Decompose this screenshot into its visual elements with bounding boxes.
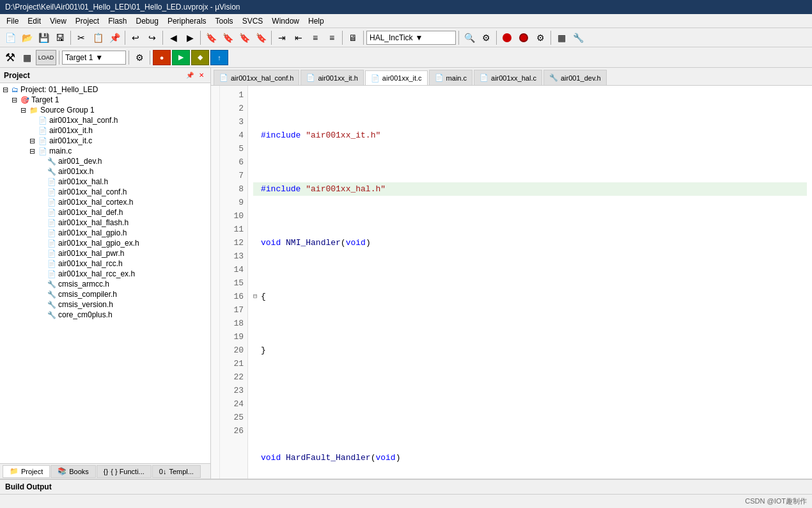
debug4-btn[interactable]: ↑ [210,50,228,65]
tree-target[interactable]: ⊟ 🎯 Target 1 [0,95,210,105]
tab-it-h[interactable]: 📄 air001xx_it.h [301,70,363,85]
forward-btn[interactable]: ▶ [182,30,198,45]
tab-books[interactable]: 📚 Books [51,465,96,478]
tab-it-c[interactable]: 📄 air001xx_it.c [365,70,428,86]
load-btn[interactable]: LOAD [36,50,56,65]
fold-5[interactable] [253,344,261,357]
bookmark3-btn[interactable]: 🔖 [237,30,252,45]
tab-main-c[interactable]: 📄 main.c [429,70,472,85]
indent2-btn[interactable]: ⇤ [291,30,306,45]
fold-7[interactable] [253,451,261,464]
tree-file-0[interactable]: 📄 air001xx_hal_conf.h [0,115,210,125]
tree-source-group[interactable]: ⊟ 📁 Source Group 1 [0,105,210,115]
tree-file-compiler[interactable]: 🔧 cmsis_compiler.h [0,289,210,299]
tree-file-2[interactable]: ⊟ 📄 air001xx_it.c [0,136,210,146]
menu-debug[interactable]: Debug [132,15,162,27]
menu-window[interactable]: Window [268,15,303,27]
menu-flash[interactable]: Flash [104,15,130,27]
tree-file-hal-conf[interactable]: 📄 air001xx_hal_conf.h [0,187,210,197]
sep3 [162,31,163,45]
paste-btn[interactable]: 📌 [107,30,122,45]
tree-file-hal[interactable]: 📄 air001xx_hal.h [0,177,210,187]
fold-4[interactable]: ⊟ [253,290,261,303]
code-container[interactable]: 12345 678910 1112131415 1617181920 21222… [211,86,812,479]
options-btn[interactable]: ⚙ [132,50,147,65]
tab-hal-conf-h[interactable]: 📄 air001xx_hal_conf.h [214,70,299,85]
stop-btn[interactable] [499,30,515,45]
sidebar-close-btn[interactable]: ✕ [196,70,207,81]
indent1-btn[interactable]: ⇥ [274,30,290,45]
file-name-compiler: cmsis_compiler.h [58,290,117,299]
target-dropdown[interactable]: Target 1 ▼ [62,51,126,65]
back-btn[interactable]: ◀ [166,30,181,45]
function-dropdown[interactable]: HAL_IncTick ▼ [366,31,456,45]
file-name-pwr: air001xx_hal_pwr.h [58,249,124,258]
undo-btn[interactable]: ↩ [128,30,143,45]
layout-btn[interactable]: ▦ [554,30,569,45]
search-btn[interactable]: 🔍 [462,30,477,45]
code-line-2: #include "air001xx_hal.h" [253,182,807,196]
tree-file-1[interactable]: 📄 air001xx_it.h [0,125,210,136]
tree-file-rcc[interactable]: 📄 air001xx_hal_rcc.h [0,258,210,269]
menu-project[interactable]: Project [72,15,103,27]
debug3-btn[interactable]: ◆ [191,50,209,65]
settings2-btn[interactable]: ⚙ [533,30,548,45]
gear-btn[interactable]: ⚙ [478,30,494,45]
menu-edit[interactable]: Edit [24,15,45,27]
menu-peripherals[interactable]: Peripherals [164,15,210,27]
new-file-btn[interactable]: 📄 [3,30,18,45]
tree-file-devh[interactable]: 🔧 air001_dev.h [0,156,210,166]
save-all-btn[interactable]: 🖫 [52,30,68,45]
open-btn[interactable]: 📂 [19,30,35,45]
menu-help[interactable]: Help [304,15,328,27]
menu-tools[interactable]: Tools [212,15,237,27]
tab-hal-conf-h-icon: 📄 [219,74,228,82]
cut-btn[interactable]: ✂ [74,30,89,45]
tree-file-core[interactable]: 🔧 core_cm0plus.h [0,310,210,320]
run-btn[interactable] [516,30,531,45]
tab-templates[interactable]: 0↓ Templ... [152,465,201,478]
tools2-btn[interactable]: 🔧 [570,30,586,45]
fold-3[interactable] [253,236,261,250]
fold-1[interactable] [253,129,261,142]
batch-btn[interactable]: ▦ [19,50,35,65]
tree-file-rcc-ex[interactable]: 📄 air001xx_hal_rcc_ex.h [0,269,210,279]
fold-2[interactable] [253,182,261,196]
tab-functions[interactable]: {} { } Functi... [97,465,152,478]
sidebar-pin-btn[interactable]: 📌 [185,70,195,81]
file-name-rcc-ex: air001xx_hal_rcc_ex.h [58,269,135,278]
menu-view[interactable]: View [46,15,70,27]
tree-file-cortex[interactable]: 📄 air001xx_hal_cortex.h [0,197,210,207]
save-btn[interactable]: 💾 [36,30,51,45]
debug2-btn[interactable]: ▶ [172,50,190,65]
tree-file-flash[interactable]: 📄 air001xx_hal_flash.h [0,218,210,228]
code-line-1: #include "air001xx_it.h" [253,129,807,142]
copy-btn[interactable]: 📋 [90,30,105,45]
indent4-btn[interactable]: ≡ [324,30,340,45]
tree-project-root[interactable]: ⊟ 🗂 Project: 01_Hello_LED [0,84,210,95]
fold-6[interactable] [253,397,261,411]
tab-dev-h[interactable]: 🔧 air001_dev.h [543,70,607,85]
bookmark1-btn[interactable]: 🔖 [203,30,219,45]
tree-file-version[interactable]: 🔧 cmsis_version.h [0,299,210,310]
menu-file[interactable]: File [3,15,22,27]
sidebar-controls: 📌 ✕ [185,70,207,81]
bookmark4-btn[interactable]: 🔖 [253,30,269,45]
tree-file-armcc[interactable]: 🔧 cmsis_armcc.h [0,279,210,289]
tree-file-def[interactable]: 📄 air001xx_hal_def.h [0,207,210,218]
tab-hal-c[interactable]: 📄 air001xx_hal.c [474,70,542,85]
screen-btn[interactable]: 🖥 [345,30,361,45]
menu-svcs[interactable]: SVCS [238,15,267,27]
tree-file-mainc[interactable]: ⊟ 📄 main.c [0,146,210,156]
build-btn[interactable]: ⚒ [3,50,18,65]
tree-file-gpio[interactable]: 📄 air001xx_hal_gpio.h [0,228,210,238]
debug1-btn[interactable]: ● [153,50,171,65]
tree-file-gpio-ex[interactable]: 📄 air001xx_hal_gpio_ex.h [0,238,210,248]
redo-btn[interactable]: ↪ [144,30,160,45]
tab-project[interactable]: 📁 Project [3,465,50,478]
indent3-btn[interactable]: ≡ [308,30,323,45]
bookmark2-btn[interactable]: 🔖 [220,30,235,45]
tree-file-xx[interactable]: 🔧 air001xx.h [0,166,210,177]
tree-file-pwr[interactable]: 📄 air001xx_hal_pwr.h [0,248,210,258]
code-editor[interactable]: #include "air001xx_it.h" #include "air00… [248,86,812,479]
